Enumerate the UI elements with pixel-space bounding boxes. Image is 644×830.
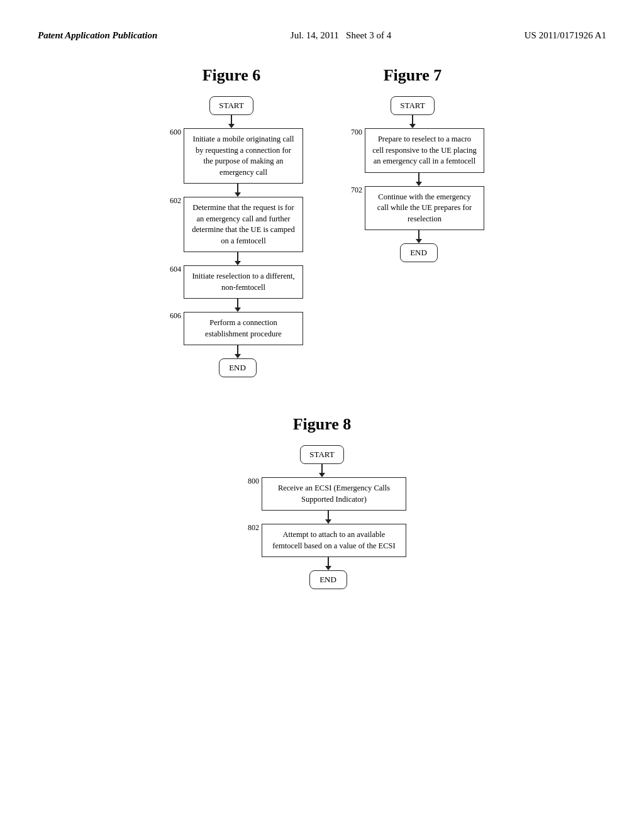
fig7-step702-num: 702	[341, 186, 365, 194]
vline	[237, 252, 238, 261]
fig8-start-label: START	[309, 450, 334, 459]
fig6-step602-num: 602	[160, 197, 184, 204]
patent-number: US 2011/0171926 A1	[525, 30, 606, 41]
fig7-step702-row: 702 Continue with the emergency call whi…	[341, 186, 484, 231]
publication-label: Patent Application Publication	[38, 30, 157, 41]
fig6-end-label: END	[229, 363, 246, 372]
vline	[418, 173, 419, 182]
date-label: Jul. 14, 2011	[291, 30, 339, 40]
arrowhead	[235, 261, 241, 265]
fig8-end-wrapper: END	[309, 570, 347, 589]
fig6-step606-num: 606	[160, 312, 184, 319]
fig6-step604-num: 604	[160, 265, 184, 273]
fig6-step602-row: 602 Determine that the request is for an…	[160, 197, 303, 252]
fig7-step700-row: 700 Prepare to reselect to a macro cell …	[341, 128, 484, 173]
figure8-flowchart: START 800 Receive an ECSI (Emergency Cal…	[238, 445, 406, 589]
arrow-seg	[235, 345, 241, 358]
fig6-step600-box: Initiate a mobile originating call by re…	[184, 128, 303, 184]
arrow-seg	[325, 511, 331, 524]
fig7-step700-box: Prepare to reselect to a macro cell resp…	[365, 128, 484, 173]
fig6-step604-row: 604 Initiate reselection to a different,…	[160, 265, 303, 299]
vline	[418, 230, 419, 239]
fig6-step602-box: Determine that the request is for an eme…	[184, 197, 303, 252]
arrow-seg	[235, 299, 241, 312]
arrowhead	[416, 182, 422, 186]
vline	[328, 511, 329, 519]
arrow-seg	[409, 115, 416, 128]
vline	[328, 557, 329, 566]
fig7-start-label: START	[400, 101, 425, 110]
fig6-step606-row: 606 Perform a connection establishment p…	[160, 312, 303, 345]
fig7-start-box: START	[391, 96, 434, 115]
figures-row: Figure 6 START 600 Initiate a mobile ori…	[38, 66, 606, 377]
arrowhead	[409, 124, 416, 128]
arrowhead	[235, 307, 241, 312]
vline	[231, 115, 232, 124]
arrow-seg	[228, 115, 235, 128]
arrowhead	[325, 519, 331, 524]
fig6-end-wrapper: END	[219, 358, 257, 377]
arrow-seg	[235, 252, 241, 265]
fig6-step600-row: 600 Initiate a mobile originating call b…	[160, 128, 303, 184]
figure8-section: Figure 8 START 800 Receive an ECSI (Emer…	[38, 396, 606, 589]
arrow-seg	[319, 464, 325, 477]
fig6-step604-box: Initiate reselection to a different, non…	[184, 265, 303, 299]
arrowhead	[235, 192, 241, 197]
sheet-label: Sheet 3 of 4	[346, 30, 391, 40]
date-sheet: Jul. 14, 2011 Sheet 3 of 4	[291, 30, 391, 41]
vline	[237, 299, 238, 307]
fig8-end-label: END	[319, 575, 336, 584]
figure6-flowchart: Figure 6 START 600 Initiate a mobile ori…	[160, 66, 303, 377]
fig7-end-label: END	[410, 248, 427, 257]
arrowhead	[235, 354, 241, 358]
fig8-step800-row: 800 Receive an ECSI (Emergency Calls Sup…	[238, 477, 406, 511]
fig7-step700-num: 700	[341, 128, 365, 136]
fig6-step600-num: 600	[160, 128, 184, 136]
arrowhead	[319, 473, 325, 477]
fig6-start-box: START	[209, 96, 253, 115]
figure7-title: Figure 7	[384, 66, 442, 85]
figure8-title: Figure 8	[293, 415, 352, 434]
arrow-seg	[416, 173, 422, 186]
fig8-end-box: END	[309, 570, 347, 589]
fig8-step802-row: 802 Attempt to attach to an available fe…	[238, 524, 406, 557]
fig8-start-box: START	[300, 445, 343, 464]
vline	[237, 345, 238, 354]
arrow-seg	[416, 230, 422, 243]
fig7-step702-box: Continue with the emergency call while t…	[365, 186, 484, 231]
fig8-step800-num: 800	[238, 477, 262, 485]
arrowhead	[228, 124, 235, 128]
fig6-end-box: END	[219, 358, 257, 377]
arrow-seg	[235, 184, 241, 197]
arrowhead	[416, 239, 422, 243]
main-content: Figure 6 START 600 Initiate a mobile ori…	[0, 41, 644, 608]
fig8-step802-num: 802	[238, 524, 262, 531]
vline	[412, 115, 413, 124]
fig7-end-wrapper: END	[400, 243, 438, 262]
page-header: Patent Application Publication Jul. 14, …	[0, 0, 644, 41]
arrow-seg	[325, 557, 331, 570]
fig8-step800-box: Receive an ECSI (Emergency Calls Support…	[262, 477, 406, 511]
figure7-flowchart: Figure 7 START 700 Prepare to reselect t…	[341, 66, 484, 262]
fig7-end-box: END	[400, 243, 438, 262]
fig6-start-label: START	[219, 101, 243, 110]
vline	[237, 184, 238, 192]
vline	[321, 464, 323, 473]
fig6-step606-box: Perform a connection establishment proce…	[184, 312, 303, 345]
figure6-title: Figure 6	[203, 66, 261, 85]
arrowhead	[325, 566, 331, 570]
fig8-step802-box: Attempt to attach to an available femtoc…	[262, 524, 406, 557]
